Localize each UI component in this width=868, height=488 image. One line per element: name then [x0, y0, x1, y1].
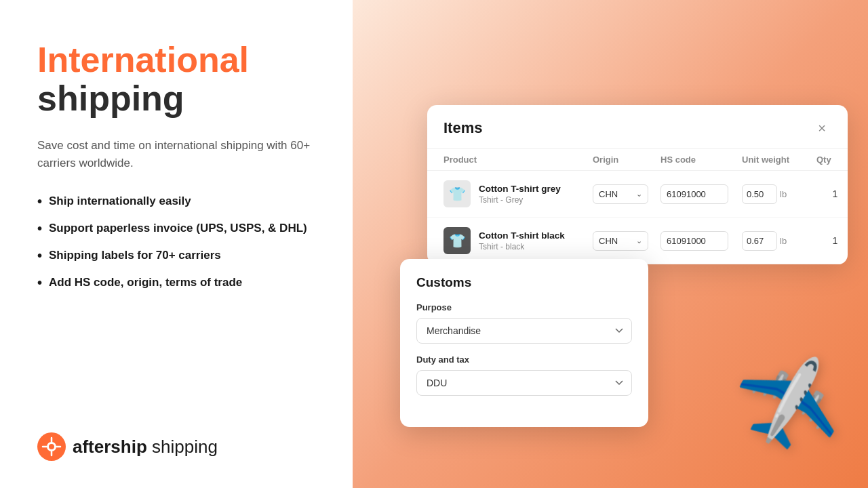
hs-input-1[interactable] [660, 184, 728, 204]
close-button[interactable]: × [812, 119, 831, 138]
customs-title: Customs [416, 275, 632, 290]
col-qty: Qty [816, 155, 848, 165]
product-info-2: Cotton T-shirt black Tshirt - black [479, 230, 565, 251]
origin-cell-1[interactable]: CHN ⌄ [593, 184, 660, 204]
qty-cell-1: 1 [816, 188, 848, 199]
duty-label: Duty and tax [416, 354, 632, 365]
weight-input-1[interactable] [742, 184, 777, 204]
headline: International shipping [37, 41, 315, 118]
table-header: Product Origin HS code Unit weight Qty U… [427, 149, 848, 171]
weight-unit-2: lb [780, 236, 787, 246]
origin-select-2[interactable]: CHN ⌄ [593, 231, 648, 251]
origin-cell-2[interactable]: CHN ⌄ [593, 231, 660, 251]
feature-list: Ship internationally easily Support pape… [37, 193, 315, 291]
airplane-icon: ✈️ [732, 352, 844, 461]
hs-cell-1[interactable] [660, 184, 742, 204]
product-variant-1: Tshirt - Grey [479, 195, 561, 205]
brand-name: aftership shipping [73, 436, 218, 458]
chevron-icon: ⌄ [636, 190, 642, 199]
items-card: Items × Product Origin HS code Unit weig… [427, 105, 848, 264]
brand-footer: aftership shipping [37, 432, 315, 461]
col-weight: Unit weight [742, 155, 816, 165]
origin-select-1[interactable]: CHN ⌄ [593, 184, 648, 204]
product-name-2: Cotton T-shirt black [479, 230, 565, 241]
col-hscode: HS code [660, 155, 742, 165]
product-thumb-1: 👕 [443, 180, 471, 207]
headline-line2: shipping [37, 79, 184, 118]
weight-cell-1[interactable]: lb [742, 184, 816, 204]
hs-cell-2[interactable] [660, 231, 742, 251]
table-row: 👕 Cotton T-shirt grey Tshirt - Grey CHN … [427, 171, 848, 218]
left-panel: International shipping Save cost and tim… [0, 0, 353, 488]
chevron-icon: ⌄ [636, 237, 642, 245]
bullet-3: Shipping labels for 70+ carriers [37, 247, 315, 264]
product-cell-1: 👕 Cotton T-shirt grey Tshirt - Grey [443, 180, 593, 207]
aftership-logo-icon [37, 432, 66, 461]
weight-unit-1: lb [780, 189, 787, 199]
product-thumb-2: 👕 [443, 227, 471, 254]
bullet-4: Add HS code, origin, terms of trade [37, 274, 315, 291]
purpose-label: Purpose [416, 302, 632, 312]
subtext: Save cost and time on international ship… [37, 137, 315, 171]
col-origin: Origin [593, 155, 660, 165]
hs-input-2[interactable] [660, 231, 728, 251]
items-card-header: Items × [427, 105, 848, 149]
items-card-title: Items [443, 119, 482, 137]
bullet-2: Support paperless invoice (UPS, USPS, & … [37, 220, 315, 237]
weight-input-2[interactable] [742, 231, 777, 251]
right-panel: Items × Product Origin HS code Unit weig… [353, 0, 868, 488]
table-row: 👕 Cotton T-shirt black Tshirt - black CH… [427, 218, 848, 264]
duty-select[interactable]: DDU DDP [416, 370, 632, 396]
customs-card: Customs Purpose Merchandise Gift Documen… [400, 259, 648, 427]
purpose-select[interactable]: Merchandise Gift Documents Sample [416, 318, 632, 344]
product-variant-2: Tshirt - black [479, 242, 565, 251]
product-cell-2: 👕 Cotton T-shirt black Tshirt - black [443, 227, 593, 254]
product-name-1: Cotton T-shirt grey [479, 184, 561, 194]
product-info-1: Cotton T-shirt grey Tshirt - Grey [479, 184, 561, 205]
col-product: Product [443, 155, 593, 165]
svg-point-2 [49, 444, 54, 449]
weight-cell-2[interactable]: lb [742, 231, 816, 251]
qty-cell-2: 1 [816, 235, 848, 246]
bullet-1: Ship internationally easily [37, 193, 315, 209]
headline-line1: International [37, 40, 249, 79]
